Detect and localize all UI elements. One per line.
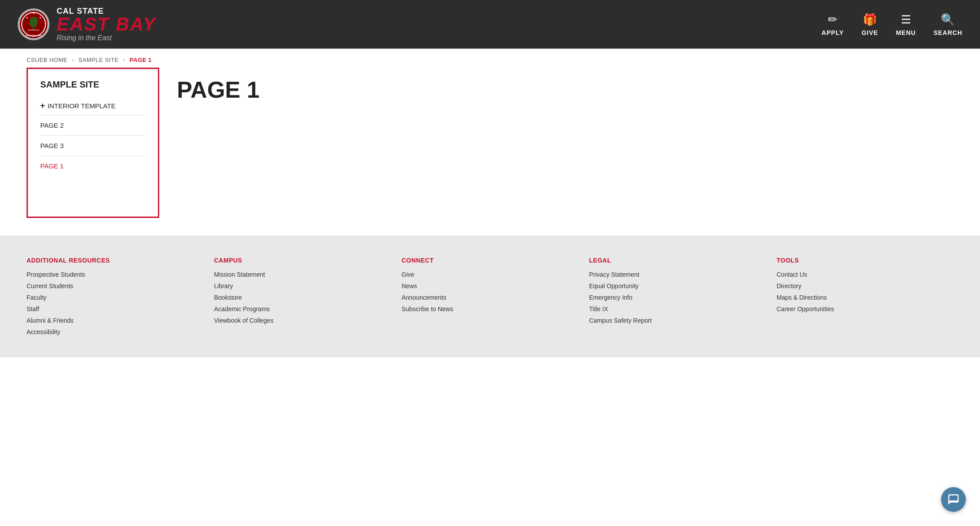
breadcrumb-sep-2: › (123, 57, 125, 63)
sidebar-interior-template-link[interactable]: + INTERIOR TEMPLATE (40, 97, 145, 115)
footer-tools-title: TOOLS (777, 257, 953, 264)
footer-link-prospective-students[interactable]: Prospective Students (27, 271, 203, 278)
footer-link-equal-opportunity[interactable]: Equal Opportunity (589, 282, 766, 290)
breadcrumb-sample-site[interactable]: SAMPLE SITE (79, 57, 119, 63)
menu-nav-item[interactable]: ☰ MENU (896, 13, 916, 36)
search-label: SEARCH (934, 29, 962, 36)
menu-label: MENU (896, 29, 916, 36)
plus-icon: + (40, 101, 45, 111)
search-icon: 🔍 (941, 13, 955, 27)
page-title: PAGE 1 (177, 76, 953, 103)
apply-label: APPLY (822, 29, 844, 36)
sidebar-page3-link[interactable]: PAGE 3 (40, 136, 145, 156)
tagline-label: Rising in the East (57, 34, 156, 42)
footer-link-viewbook-of-colleges[interactable]: Viewbook of Colleges (214, 317, 391, 324)
footer-connect-title: CONNECT (402, 257, 578, 264)
svg-point-8 (27, 17, 28, 19)
apply-nav-item[interactable]: ✏ APPLY (822, 13, 844, 36)
footer-link-library[interactable]: Library (214, 282, 391, 290)
footer-link-mission-statement[interactable]: Mission Statement (214, 271, 391, 278)
sidebar-page2-link[interactable]: PAGE 2 (40, 115, 145, 136)
footer-grid: ADDITIONAL RESOURCES Prospective Student… (27, 257, 953, 340)
footer-campus-title: CAMPUS (214, 257, 391, 264)
site-header: CALIFORNIA STATE CAL STATE EAST BAY Risi… (0, 0, 980, 49)
footer-col-campus: CAMPUS Mission Statement Library Booksto… (214, 257, 391, 340)
footer-link-directory[interactable]: Directory (777, 282, 953, 290)
footer-link-career-opportunities[interactable]: Career Opportunities (777, 305, 953, 313)
header-nav: ✏ APPLY 🎁 GIVE ☰ MENU 🔍 SEARCH (822, 13, 962, 36)
seal-logo: CALIFORNIA STATE (18, 8, 50, 40)
breadcrumb-current: PAGE 1 (130, 57, 152, 63)
interior-template-label: INTERIOR TEMPLATE (48, 102, 116, 110)
menu-icon: ☰ (901, 13, 911, 27)
search-nav-item[interactable]: 🔍 SEARCH (934, 13, 962, 36)
apply-icon: ✏ (828, 13, 838, 27)
footer-link-bookstore[interactable]: Bookstore (214, 294, 391, 301)
logo[interactable]: CALIFORNIA STATE CAL STATE EAST BAY Risi… (18, 7, 156, 42)
footer-link-campus-safety-report[interactable]: Campus Safety Report (589, 317, 766, 324)
svg-point-7 (40, 17, 41, 19)
sidebar: SAMPLE SITE + INTERIOR TEMPLATE PAGE 2 P… (27, 68, 159, 218)
footer-link-accessibility[interactable]: Accessibility (27, 328, 203, 335)
footer-link-subscribe-to-news[interactable]: Subscribe to News (402, 305, 578, 313)
footer-link-contact-us[interactable]: Contact Us (777, 271, 953, 278)
footer-link-faculty[interactable]: Faculty (27, 294, 203, 301)
footer-col-additional-resources: ADDITIONAL RESOURCES Prospective Student… (27, 257, 203, 340)
footer-col-legal: LEGAL Privacy Statement Equal Opportunit… (589, 257, 766, 340)
footer-link-academic-programs[interactable]: Academic Programs (214, 305, 391, 313)
east-bay-label: EAST BAY (57, 15, 156, 34)
svg-point-3 (29, 17, 38, 27)
footer-link-current-students[interactable]: Current Students (27, 282, 203, 290)
sidebar-page1-link[interactable]: PAGE 1 (40, 156, 145, 176)
footer-additional-resources-title: ADDITIONAL RESOURCES (27, 257, 203, 264)
sidebar-title: SAMPLE SITE (40, 80, 145, 90)
logo-text: CAL STATE EAST BAY Rising in the East (57, 7, 156, 42)
svg-rect-4 (32, 27, 35, 30)
site-footer: ADDITIONAL RESOURCES Prospective Student… (0, 236, 980, 358)
footer-link-alumni-friends[interactable]: Alumni & Friends (27, 317, 203, 324)
give-label: GIVE (861, 29, 878, 36)
give-icon: 🎁 (863, 13, 877, 27)
footer-link-staff[interactable]: Staff (27, 305, 203, 313)
svg-text:CALIFORNIA STATE: CALIFORNIA STATE (25, 34, 42, 37)
breadcrumb: CSUEB HOME › SAMPLE SITE › PAGE 1 (0, 49, 980, 68)
svg-point-6 (33, 13, 34, 14)
footer-link-privacy-statement[interactable]: Privacy Statement (589, 271, 766, 278)
footer-link-emergency-info[interactable]: Emergency Info (589, 294, 766, 301)
breadcrumb-sep-1: › (72, 57, 74, 63)
footer-link-news[interactable]: News (402, 282, 578, 290)
footer-col-tools: TOOLS Contact Us Directory Maps & Direct… (777, 257, 953, 340)
footer-link-title-ix[interactable]: Title IX (589, 305, 766, 313)
footer-link-give[interactable]: Give (402, 271, 578, 278)
footer-link-announcements[interactable]: Announcements (402, 294, 578, 301)
footer-col-connect: CONNECT Give News Announcements Subscrib… (402, 257, 578, 340)
give-nav-item[interactable]: 🎁 GIVE (861, 13, 878, 36)
footer-legal-title: LEGAL (589, 257, 766, 264)
footer-link-maps-directions[interactable]: Maps & Directions (777, 294, 953, 301)
page-content: PAGE 1 (177, 68, 953, 218)
main-content: SAMPLE SITE + INTERIOR TEMPLATE PAGE 2 P… (0, 68, 980, 236)
breadcrumb-home[interactable]: CSUEB HOME (27, 57, 67, 63)
